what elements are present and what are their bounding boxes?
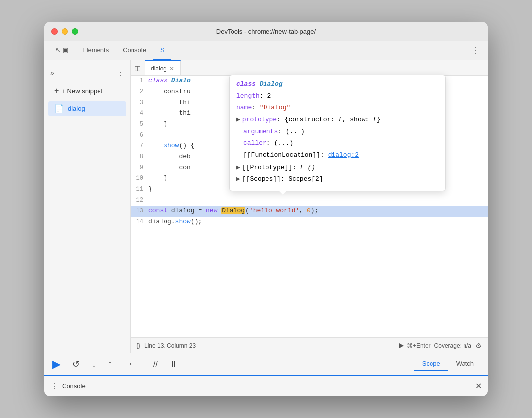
plus-icon: + <box>54 86 59 95</box>
step-over-button[interactable]: ↺ <box>70 357 82 372</box>
editor-container: ◫ dialog ✕ class Dialog length: 2 name: … <box>131 60 488 353</box>
tab-sources[interactable]: S <box>153 41 171 60</box>
snippet-item-dialog[interactable]: 📄 dialog <box>48 101 126 116</box>
status-bar-right: ⌘+Enter Coverage: n/a ⚙ <box>399 342 482 349</box>
snippet-file-icon: 📄 <box>54 104 64 113</box>
editor-tab-label: dialog <box>151 65 166 72</box>
chevron-icon[interactable]: » <box>48 67 56 79</box>
run-button[interactable]: ⌘+Enter <box>399 342 431 349</box>
tooltip-row-function-location: [[FunctionLocation]]: dialog:2 <box>236 150 438 161</box>
separator <box>143 358 143 370</box>
tooltip-row-length: length: 2 <box>236 91 438 102</box>
console-title: Console <box>62 383 86 390</box>
window-title: DevTools - chrome://new-tab-page/ <box>216 28 316 35</box>
tab-elements[interactable]: Elements <box>75 41 116 60</box>
tooltip-popup: class Dialog length: 2 name: "Dialog" ▶p… <box>229 75 446 191</box>
minimize-button[interactable] <box>62 28 68 35</box>
titlebar: DevTools - chrome://new-tab-page/ <box>44 22 488 41</box>
step-into-button[interactable]: ↓ <box>90 357 98 371</box>
new-snippet-label: + New snippet <box>62 87 102 95</box>
console-close-button[interactable]: ✕ <box>475 382 482 391</box>
console-menu-button[interactable]: ⋮ <box>50 382 58 391</box>
run-shortcut: ⌘+Enter <box>407 342 431 349</box>
tooltip-header: class Dialog <box>236 80 438 88</box>
format-button[interactable]: {} <box>136 342 140 349</box>
traffic-lights <box>51 28 78 35</box>
scope-tab[interactable]: Scope <box>414 357 448 371</box>
tabbar: ↖ ▣ Elements Console S ⋮ <box>44 41 488 60</box>
resume-button[interactable]: ▶ <box>50 356 63 373</box>
tab-sources-label: S <box>160 46 165 54</box>
tooltip-row-arguments: arguments: (...) <box>236 126 438 137</box>
main-content: » ⋮ + + New snippet 📄 dialog ◫ dialog ✕ <box>44 60 488 353</box>
coverage-label: Coverage: n/a <box>434 342 471 349</box>
status-bar: {} Line 13, Column 23 ⌘+Enter Coverage: … <box>131 337 488 353</box>
editor-tab-dialog[interactable]: dialog ✕ <box>145 60 181 75</box>
watch-tab[interactable]: Watch <box>448 357 482 371</box>
console-panel: ⋮ Console ✕ <box>44 375 488 396</box>
tab-console-label: Console <box>123 46 146 54</box>
sidebar: » ⋮ + + New snippet 📄 dialog <box>44 60 131 353</box>
collapse-icon[interactable]: ◫ <box>131 64 145 72</box>
cursor-icon: ↖ <box>55 46 61 54</box>
deactivate-breakpoints-button[interactable]: // <box>151 358 160 371</box>
tooltip-row-caller: caller: (...) <box>236 138 438 149</box>
sidebar-toolbar: » ⋮ <box>44 64 130 81</box>
tab-close-icon[interactable]: ✕ <box>169 65 174 72</box>
settings-icon[interactable]: ⚙ <box>475 342 482 349</box>
step-out-button[interactable]: ↑ <box>106 357 114 371</box>
pause-on-exceptions-button[interactable]: ⏸ <box>167 358 179 371</box>
tab-console[interactable]: Console <box>116 41 153 60</box>
tooltip-row-name: name: "Dialog" <box>236 103 438 113</box>
devtools-window: DevTools - chrome://new-tab-page/ ↖ ▣ El… <box>44 22 488 396</box>
editor-tabs: ◫ dialog ✕ <box>131 60 488 76</box>
maximize-button[interactable] <box>72 28 78 35</box>
code-line-12: 12 <box>131 195 488 206</box>
debug-toolbar: ▶ ↺ ↓ ↑ → // ⏸ Scope Watch <box>44 353 488 375</box>
tooltip-row-prototype2[interactable]: ▶[[Prototype]]: f () <box>236 162 438 173</box>
tab-cursor[interactable]: ↖ ▣ <box>48 41 75 60</box>
step-button[interactable]: → <box>122 357 135 371</box>
status-bar-left: {} Line 13, Column 23 <box>136 342 196 349</box>
run-triangle-icon <box>399 343 404 348</box>
sidebar-menu-button[interactable]: ⋮ <box>114 66 126 79</box>
tooltip-row-prototype[interactable]: ▶prototype: {constructor: f, show: f} <box>236 114 438 125</box>
code-line-14: 14 dialog.show(); <box>131 217 488 228</box>
tooltip-row-scopes[interactable]: ▶[[Scopes]]: Scopes[2] <box>236 174 438 185</box>
snippet-name: dialog <box>68 105 85 112</box>
more-tabs-button[interactable]: ⋮ <box>468 41 484 60</box>
code-line-13: 13 const dialog = new Dialog('hello worl… <box>131 206 488 217</box>
scope-watch-tabs: Scope Watch <box>414 357 482 371</box>
tab-elements-label: Elements <box>82 46 109 54</box>
panel-icon: ▣ <box>63 46 68 54</box>
new-snippet-button[interactable]: + + New snippet <box>48 83 126 98</box>
position-label: Line 13, Column 23 <box>144 342 196 349</box>
close-button[interactable] <box>51 28 58 35</box>
